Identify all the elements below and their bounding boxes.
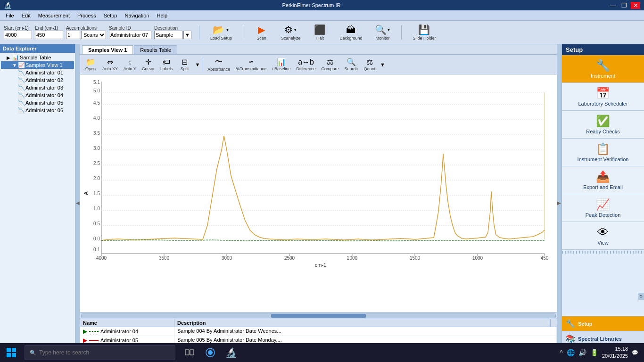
scroll-thumb[interactable] <box>271 314 366 318</box>
tab-results-table[interactable]: Results Table <box>134 45 177 54</box>
right-panel-collapse[interactable]: ▶ <box>557 44 561 361</box>
menu-help[interactable]: Help <box>153 12 171 19</box>
instrument-label: Instrument <box>591 73 615 79</box>
tab-samples-view[interactable]: Samples View 1 <box>82 45 133 54</box>
export-email-icon: 📤 <box>596 170 610 183</box>
scans-select[interactable]: Scans <box>81 31 106 39</box>
setup-ready-checks[interactable]: ✅ Ready Checks <box>562 111 644 139</box>
scanalyze-dropdown-icon: ▼ <box>293 28 297 32</box>
setup-laboratory-scheduler[interactable]: 📅 Laboratory Scheduler <box>562 83 644 111</box>
tree-admin-03[interactable]: 📉 Administrator 03 <box>1 84 74 91</box>
menu-navigation[interactable]: Navigation <box>121 12 153 19</box>
menu-edit[interactable]: Edit <box>18 12 34 19</box>
transmittance-button[interactable]: ≈ %Transmittance <box>233 57 269 73</box>
spectrum-chart: 5.1 5.0 4.5 4.0 3.5 3.0 2.5 2.0 1.5 1.0 … <box>80 74 557 312</box>
cursor-button[interactable]: ✛ Cursor <box>140 56 157 73</box>
auto-y-button[interactable]: ↕ Auto Y <box>121 57 139 73</box>
setup-export-email[interactable]: 📤 Export and Email <box>562 166 644 194</box>
quant-button[interactable]: ⚖ Quant <box>361 56 378 73</box>
accum-input[interactable] <box>66 31 80 39</box>
open-button[interactable]: 📁 Open <box>82 56 99 73</box>
view-label: View <box>597 240 609 246</box>
absorbance-button[interactable]: 〜 Absorbance <box>205 56 232 73</box>
setup-peak-detection[interactable]: 📈 Peak Detection <box>562 194 644 222</box>
window-controls: — ❐ ✕ <box>608 2 640 9</box>
windows-icon <box>6 347 17 358</box>
ready-checks-icon: ✅ <box>596 115 610 128</box>
ibaseline-button[interactable]: 📊 i-Baseline <box>270 56 293 73</box>
right-panel-expand[interactable]: » <box>638 293 644 300</box>
transmittance-label: %Transmittance <box>236 66 266 71</box>
start-button[interactable] <box>0 343 23 362</box>
auto-xy-button[interactable]: ⇔ Auto XY <box>100 56 120 73</box>
monitor-button[interactable]: 🔍 ▼ Monitor <box>372 23 394 42</box>
minimize-button[interactable]: — <box>608 2 618 9</box>
halt-button[interactable]: ⬛ Halt <box>309 23 330 42</box>
tree-admin-05[interactable]: 📉 Administrator 05 <box>1 99 74 107</box>
split-button[interactable]: ⊟ Split <box>176 56 193 73</box>
chart-area[interactable]: A 5.1 5.0 4.5 4.0 3.5 3.0 2.5 2.0 <box>80 74 557 312</box>
scan-button[interactable]: ▶ Scan <box>251 23 272 42</box>
taskbar-search[interactable]: 🔍 <box>25 345 175 360</box>
description-dropdown[interactable]: ▼ <box>183 31 191 39</box>
setup-view[interactable]: 👁 View <box>562 222 644 250</box>
app-icon-task[interactable]: 🔬 <box>223 344 239 361</box>
menu-setup[interactable]: Setup <box>100 12 121 19</box>
start-input[interactable] <box>4 31 32 39</box>
end-input[interactable] <box>35 31 63 39</box>
tree-admin-06[interactable]: 📉 Administrator 06 <box>1 107 74 114</box>
svg-text:1500: 1500 <box>410 255 421 261</box>
difference-button[interactable]: a↔b Difference <box>294 57 318 73</box>
tree-admin-04[interactable]: 📉 Administrator 04 <box>1 91 74 99</box>
notification-icon[interactable]: 💬 <box>632 350 638 356</box>
maximize-button[interactable]: ❐ <box>619 2 629 9</box>
tree-admin-01[interactable]: 📉 Administrator 01 <box>1 69 74 76</box>
speaker-icon[interactable]: 🔊 <box>578 349 586 356</box>
copilot-button[interactable] <box>202 344 219 361</box>
scan-icon: ▶ <box>258 24 265 35</box>
background-button[interactable]: 🏔 Background <box>336 23 365 42</box>
svg-text:450: 450 <box>541 255 549 261</box>
scroll-col <box>550 319 557 327</box>
table-row[interactable]: ▶ - - - Administrator 04 Sample 004 By A… <box>80 327 557 336</box>
menu-process[interactable]: Process <box>74 12 100 19</box>
horizontal-scrollbar[interactable] <box>80 312 557 319</box>
labels-button[interactable]: 🏷 Labels <box>158 57 175 73</box>
menu-file[interactable]: File <box>2 12 18 19</box>
sample-id-input[interactable] <box>109 31 151 39</box>
setup-instrument[interactable]: 🔧 Instrument <box>562 55 644 83</box>
slide-holder-button[interactable]: 💾 Slide Holder <box>409 23 439 42</box>
close-button[interactable]: ✕ <box>631 2 640 9</box>
svg-text:5.0: 5.0 <box>93 88 100 93</box>
description-input[interactable] <box>154 31 182 39</box>
tree-samples-expand-icon: ▼ <box>12 63 18 68</box>
setup-divider <box>562 251 644 254</box>
load-setup-button[interactable]: 📂 ▼ Load Setup <box>207 23 235 42</box>
quant-dropdown-button[interactable]: ▼ <box>379 60 386 69</box>
search-input[interactable] <box>39 349 170 356</box>
scanalyze-icon: ⚙ <box>284 24 293 35</box>
spectrum-icon-05: 📉 <box>18 99 25 106</box>
tree-sample-table[interactable]: ▶ 📊 Sample Table <box>1 54 74 61</box>
split-dropdown-button[interactable]: ▼ <box>194 60 201 69</box>
scroll-track[interactable] <box>81 313 556 318</box>
search-button[interactable]: 🔍 Search <box>342 56 360 73</box>
battery-icon[interactable]: 🔋 <box>590 349 598 356</box>
menu-measurement[interactable]: Measurement <box>34 12 74 19</box>
svg-text:4.5: 4.5 <box>93 100 100 106</box>
left-panel-collapse[interactable]: ◀ <box>75 44 80 361</box>
setup-instrument-verification[interactable]: 📋 Instrument Verification <box>562 139 644 166</box>
setup-bottom-setup[interactable]: 🔧 Setup <box>562 316 644 331</box>
tree-admin-02[interactable]: 📉 Administrator 02 <box>1 76 74 84</box>
main-area: Data Explorer ▶ 📊 Sample Table ▼ 📈 Sampl… <box>0 44 644 361</box>
network-icon[interactable]: 🌐 <box>567 349 575 356</box>
chevron-up-icon[interactable]: ^ <box>560 349 563 356</box>
tree-samples-view[interactable]: ▼ 📈 Samples View 1 <box>1 61 74 69</box>
task-view-button[interactable] <box>181 344 198 361</box>
scanalyze-button[interactable]: ⚙ ▼ Scanalyze <box>278 23 304 42</box>
load-setup-label: Load Setup <box>210 36 232 41</box>
toolbar2: 📁 Open ⇔ Auto XY ↕ Auto Y ✛ Cursor 🏷 Lab… <box>80 55 557 74</box>
title-bar: 🔬 PerkinElmer Spectrum IR — ❐ ✕ <box>0 0 644 10</box>
compare-button[interactable]: ⚖ Compare <box>319 56 341 73</box>
clock[interactable]: 15:18 20/01/2025 <box>602 346 628 360</box>
